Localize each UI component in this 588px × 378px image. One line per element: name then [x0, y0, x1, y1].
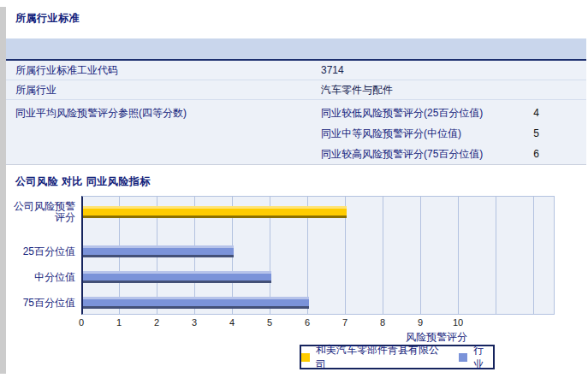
- x-axis-tick: 9: [418, 317, 423, 328]
- x-axis-tick: 6: [305, 317, 310, 328]
- x-axis-tick: 3: [192, 317, 197, 328]
- x-axis-tick: 7: [342, 317, 347, 328]
- row-label-industry: 所属行业: [6, 83, 321, 97]
- x-axis-tick: 5: [267, 317, 272, 328]
- industry-series-label: 行业: [473, 343, 493, 372]
- quartile-label-median: 同业中等风险预警评分(中位值): [321, 127, 461, 141]
- quartile-value-median: 5: [533, 127, 539, 139]
- industry-section-title: 所属行业标准: [15, 11, 80, 26]
- table-header-band: [6, 38, 586, 61]
- industry-score-bar: [83, 297, 309, 309]
- gridline: [383, 197, 383, 314]
- y-axis-label: 中分位值: [34, 272, 75, 283]
- plot-area: [81, 196, 555, 315]
- industry-series-swatch: [459, 353, 467, 362]
- quartile-row-75th: 同业较高风险预警评分(75百分位值) 6: [321, 144, 539, 164]
- industry-score-bar: [83, 245, 234, 257]
- quartile-value-75th: 6: [533, 148, 539, 160]
- left-margin-strip: [0, 7, 6, 374]
- gridline: [458, 197, 459, 314]
- report-page: 所属行业标准 所属行业标准工业代码 3714 所属行业 汽车零件与配件 同业平均…: [0, 0, 588, 378]
- chart-legend: 和美汽车零部件青县有限公司 行业: [300, 345, 495, 369]
- company-series-swatch: [301, 353, 310, 362]
- gridline: [533, 197, 534, 314]
- chart-y-axis-labels: 公司风险预警 评分25百分位值中分位值75百分位值: [0, 197, 75, 314]
- x-axis-tick: 0: [79, 317, 84, 328]
- gridline: [420, 197, 421, 314]
- quartile-label-25th: 同业较低风险预警评分(25百分位值): [321, 106, 483, 121]
- x-axis-tick: 8: [380, 317, 385, 328]
- industry-standard-table: 所属行业标准工业代码 3714 所属行业 汽车零件与配件 同业平均风险预警评分参…: [6, 38, 586, 165]
- row-value-industry: 汽车零件与配件: [321, 83, 393, 97]
- x-axis-tick: 2: [154, 317, 159, 328]
- table-row: 所属行业标准工业代码 3714: [6, 61, 586, 80]
- x-axis-tick: 1: [116, 317, 122, 328]
- quartile-rows: 同业较低风险预警评分(25百分位值) 4 同业中等风险预警评分(中位值) 5 同…: [321, 103, 539, 164]
- y-axis-label: 25百分位值: [23, 246, 75, 257]
- gridline: [496, 197, 496, 314]
- chart-x-axis-ticks: 012345678910: [81, 317, 555, 329]
- table-row-quartiles: 同业平均风险预警评分参照(四等分数) 同业较低风险预警评分(25百分位值) 4 …: [6, 100, 586, 165]
- x-axis-tick: 4: [229, 317, 235, 328]
- quartile-row-median: 同业中等风险预警评分(中位值) 5: [321, 123, 539, 144]
- quartile-value-25th: 4: [533, 107, 539, 119]
- industry-score-bar: [83, 271, 271, 283]
- company-series-label: 和美汽车零部件青县有限公司: [316, 343, 442, 372]
- row-label-quartile-reference: 同业平均风险预警评分参照(四等分数): [15, 106, 187, 121]
- comparison-section-title: 公司风险 对比 同业风险指标: [15, 174, 151, 189]
- y-axis-label: 75百分位值: [23, 298, 75, 309]
- quartile-row-25th: 同业较低风险预警评分(25百分位值) 4: [321, 103, 539, 123]
- table-row: 所属行业 汽车零件与配件: [6, 80, 586, 100]
- x-axis-tick: 10: [453, 317, 463, 328]
- quartile-label-75th: 同业较高风险预警评分(75百分位值): [321, 147, 483, 162]
- row-value-sic-code: 3714: [321, 64, 344, 76]
- company-score-bar: [83, 206, 347, 218]
- y-axis-label: 公司风险预警 评分: [14, 201, 75, 223]
- row-label-sic-code: 所属行业标准工业代码: [6, 63, 321, 78]
